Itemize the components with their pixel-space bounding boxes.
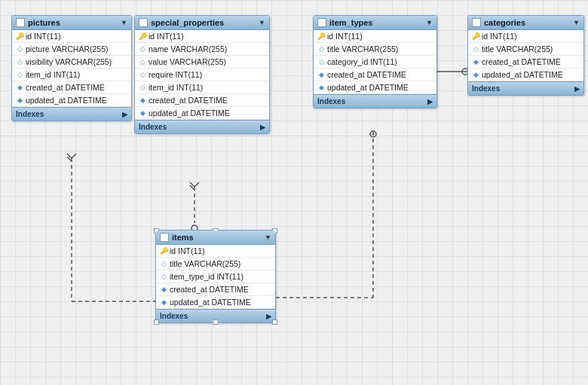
- diamond-filled-icon: ◆: [160, 298, 167, 306]
- field-text: created_at DATETIME: [327, 70, 406, 79]
- indexes-arrow-icon: ▶: [427, 98, 433, 105]
- field-text: created_at DATETIME: [26, 83, 105, 92]
- field-text: created_at DATETIME: [482, 57, 561, 66]
- indexes-special[interactable]: Indexes ▶: [135, 120, 269, 133]
- field-row: ◇ title VARCHAR(255): [156, 258, 275, 270]
- field-row: ◇ category_id INT(11): [314, 56, 436, 69]
- field-row: 🔑 id INT(11): [135, 30, 269, 43]
- field-text: value VARCHAR(255): [149, 57, 226, 66]
- field-text: updated_at DATETIME: [26, 96, 107, 105]
- svg-point-13: [370, 131, 376, 137]
- table-name-special: special_properties: [151, 18, 224, 27]
- field-text: title VARCHAR(255): [327, 44, 398, 53]
- key-icon: 🔑: [317, 32, 325, 40]
- diamond-icon: ◇: [160, 273, 167, 280]
- svg-line-3: [72, 154, 76, 158]
- indexes-label: Indexes: [16, 110, 44, 118]
- diamond-filled-icon: ◆: [472, 71, 479, 78]
- field-row: ◇ title VARCHAR(255): [468, 43, 583, 56]
- table-icon-item-types: [317, 18, 326, 27]
- table-icon-special: [139, 18, 148, 27]
- field-text: category_id INT(11): [327, 57, 397, 66]
- field-text: id INT(11): [26, 32, 61, 41]
- indexes-pictures[interactable]: Indexes ▶: [12, 107, 131, 121]
- diamond-filled-icon: ◆: [317, 71, 325, 78]
- resize-handle-br[interactable]: [272, 319, 277, 325]
- field-text: name VARCHAR(255): [149, 44, 227, 53]
- indexes-categories[interactable]: Indexes ▶: [468, 81, 583, 95]
- diamond-icon: ◇: [139, 71, 146, 78]
- indexes-arrow-icon: ▶: [574, 85, 580, 93]
- field-text: updated_at DATETIME: [327, 83, 409, 92]
- field-row: 🔑 id INT(11): [156, 245, 275, 258]
- diamond-icon: ◇: [139, 58, 146, 66]
- field-row: ◆ created_at DATETIME: [135, 94, 269, 107]
- field-text: require INT(11): [149, 70, 202, 79]
- table-header-pictures: pictures ▼: [12, 16, 131, 30]
- field-row: ◆ created_at DATETIME: [12, 81, 131, 94]
- diamond-icon: ◇: [160, 260, 167, 267]
- svg-line-8: [194, 182, 199, 187]
- diamond-filled-icon: ◆: [472, 58, 479, 66]
- diamond-filled-icon: ◆: [139, 109, 146, 117]
- field-row: ◇ visibility VARCHAR(255): [12, 56, 131, 69]
- field-text: id INT(11): [170, 246, 205, 255]
- diamond-filled-icon: ◆: [16, 96, 23, 104]
- dropdown-arrow-items[interactable]: ▼: [265, 234, 271, 241]
- diamond-filled-icon: ◆: [160, 286, 167, 293]
- dropdown-arrow-pictures[interactable]: ▼: [121, 19, 127, 26]
- table-header-item-types: item_types ▼: [314, 16, 436, 30]
- field-text: id INT(11): [482, 32, 517, 41]
- diamond-icon: ◇: [16, 58, 23, 66]
- table-name-categories: categories: [484, 18, 525, 27]
- diamond-icon: ◇: [139, 45, 146, 53]
- field-row: ◇ value VARCHAR(255): [135, 56, 269, 69]
- diamond-icon: ◇: [139, 84, 146, 91]
- table-items[interactable]: items ▼ 🔑 id INT(11) ◇ title VARCHAR(255…: [155, 230, 276, 323]
- field-text: updated_at DATETIME: [482, 70, 563, 79]
- field-row: ◇ item_id INT(11): [135, 81, 269, 94]
- indexes-arrow-icon: ▶: [266, 313, 271, 320]
- table-header-special-properties: special_properties ▼: [135, 16, 269, 30]
- indexes-arrow-icon: ▶: [260, 124, 265, 131]
- table-special-properties[interactable]: special_properties ▼ 🔑 id INT(11) ◇ name…: [134, 15, 270, 134]
- field-row: ◇ require INT(11): [135, 69, 269, 81]
- resize-handle-bl[interactable]: [154, 319, 159, 325]
- indexes-arrow-icon: ▶: [122, 111, 127, 118]
- diamond-icon: ◇: [472, 45, 479, 53]
- table-header-categories: categories ▼: [468, 16, 583, 30]
- field-row: ◇ name VARCHAR(255): [135, 43, 269, 56]
- table-pictures[interactable]: pictures ▼ 🔑 id INT(11) ◇ picture VARCHA…: [11, 15, 132, 121]
- field-text: title VARCHAR(255): [170, 259, 240, 268]
- diamond-icon: ◇: [16, 45, 23, 53]
- indexes-item-types[interactable]: Indexes ▶: [314, 94, 436, 108]
- field-row: 🔑 id INT(11): [12, 30, 131, 43]
- field-row: ◇ item_id INT(11): [12, 69, 131, 81]
- field-text: created_at DATETIME: [149, 96, 228, 105]
- field-text: picture VARCHAR(255): [26, 44, 109, 53]
- table-name-items: items: [172, 233, 194, 242]
- table-icon-categories: [472, 18, 481, 27]
- diamond-icon: ◇: [317, 45, 325, 53]
- svg-line-7: [190, 182, 194, 187]
- indexes-label: Indexes: [317, 97, 345, 105]
- field-row: ◆ created_at DATETIME: [156, 283, 275, 296]
- dropdown-arrow-item-types[interactable]: ▼: [426, 19, 433, 26]
- diamond-icon: ◇: [317, 58, 325, 66]
- svg-line-9: [190, 185, 194, 190]
- field-text: id INT(11): [327, 32, 363, 41]
- svg-line-4: [67, 157, 72, 161]
- field-row: ◇ title VARCHAR(255): [314, 43, 436, 56]
- table-categories[interactable]: categories ▼ 🔑 id INT(11) ◇ title VARCHA…: [467, 15, 584, 96]
- field-text: title VARCHAR(255): [482, 44, 553, 53]
- key-icon: 🔑: [472, 32, 479, 40]
- dropdown-arrow-special[interactable]: ▼: [259, 19, 265, 26]
- field-text: item_id INT(11): [149, 83, 203, 92]
- field-row: ◆ updated_at DATETIME: [468, 69, 583, 81]
- table-item-types[interactable]: item_types ▼ 🔑 id INT(11) ◇ title VARCHA…: [313, 15, 437, 108]
- resize-handle-bc[interactable]: [213, 319, 219, 325]
- indexes-label: Indexes: [472, 84, 500, 93]
- table-icon-pictures: [16, 18, 25, 27]
- svg-line-2: [67, 154, 72, 158]
- dropdown-arrow-categories[interactable]: ▼: [573, 19, 580, 26]
